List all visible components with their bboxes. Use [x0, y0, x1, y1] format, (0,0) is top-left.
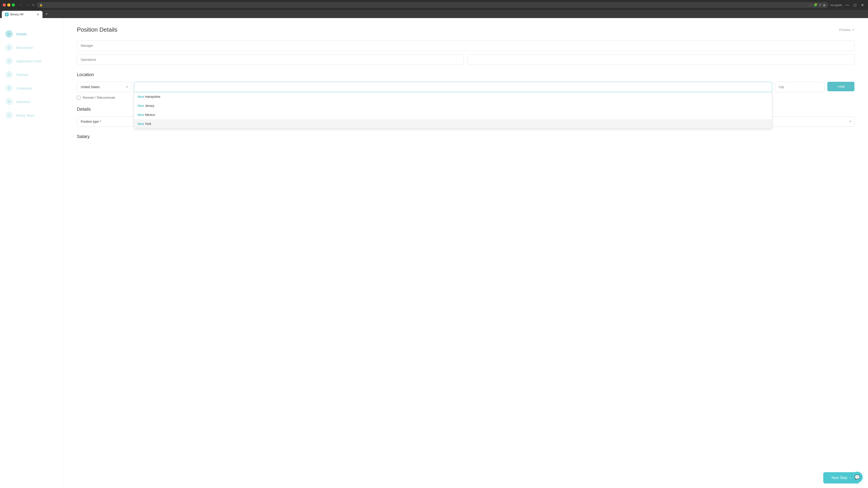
- remote-label: Remote / Telecommute: [83, 96, 115, 99]
- suggestion-new-mexico[interactable]: New Mexico: [134, 110, 772, 119]
- preview-link[interactable]: Preview ↗: [839, 28, 855, 32]
- sidebar-item-details[interactable]: 1 Details: [5, 27, 58, 41]
- browser-right-controls: Incognito — ◻ ✕: [830, 2, 865, 8]
- step-circle-2: 2: [5, 44, 13, 51]
- salary-section: Salary: [77, 134, 855, 139]
- sidebar: 1 Details 2 Description 3 Application Fo…: [0, 18, 63, 488]
- country-select[interactable]: United States: [77, 82, 131, 92]
- location-section-title: Location: [77, 72, 855, 77]
- restore-btn[interactable]: ◻: [852, 2, 858, 8]
- state-input-wrapper: New New Hampshire New Jersey New Mexico: [134, 82, 772, 92]
- refresh-button[interactable]: ↻: [32, 3, 35, 7]
- country-select-wrapper: United States ▼: [77, 82, 131, 92]
- incognito-label: Incognito: [830, 3, 842, 7]
- step-circle-1: 1: [5, 30, 13, 37]
- external-link-icon: ↗: [852, 28, 855, 32]
- sidebar-label-screening: Screening: [16, 86, 32, 90]
- step-circle-5: 5: [5, 85, 13, 92]
- sidebar-item-application-form[interactable]: 3 Application Form: [5, 54, 58, 68]
- back-button[interactable]: ←: [19, 2, 24, 7]
- suggestion-highlight-2: New: [138, 104, 144, 107]
- next-step-arrow-icon: ›: [850, 476, 851, 480]
- url-input[interactable]: app.breezy.hr/app/c/moodjoy/positions/ne…: [44, 3, 807, 7]
- browser-nav: ← → ↻: [19, 2, 35, 7]
- suggestion-rest-3: Mexico: [144, 113, 155, 117]
- state-input[interactable]: New: [134, 82, 772, 92]
- download-icon[interactable]: ⬇: [819, 3, 822, 7]
- tab-favicon: B: [5, 13, 8, 16]
- suggestion-highlight-3: New: [138, 113, 144, 117]
- window-controls: [3, 3, 15, 6]
- sidebar-toggle-icon[interactable]: ▣: [823, 3, 826, 7]
- chat-icon: 💬: [855, 475, 860, 480]
- bookmark-icon[interactable]: ☆: [809, 3, 812, 7]
- sidebar-item-advertise[interactable]: 6 Advertise: [5, 95, 58, 108]
- close-window-btn[interactable]: [3, 3, 6, 6]
- sidebar-item-pipeline[interactable]: 4 Pipeline: [5, 68, 58, 81]
- lock-icon: 🔒: [39, 3, 43, 6]
- salary-section-title: Salary: [77, 134, 855, 139]
- preview-label: Preview: [839, 28, 850, 32]
- location-row: United States ▼ New New Hampshire New Je…: [77, 82, 855, 92]
- sidebar-item-screening[interactable]: 5 Screening: [5, 81, 58, 95]
- main-content: Position Details Preview ↗ 12345 Locatio…: [63, 18, 868, 488]
- department-input[interactable]: [77, 55, 464, 65]
- minimize-btn[interactable]: —: [844, 2, 850, 7]
- manager-input[interactable]: [77, 40, 855, 51]
- manager-row: [77, 40, 855, 51]
- page-title: Position Details: [77, 26, 117, 33]
- suggestion-rest-2: Jersey: [144, 104, 154, 107]
- browser-chrome: ← → ↻ 🔒 app.breezy.hr/app/c/moodjoy/posi…: [0, 0, 868, 10]
- sidebar-label-description: Description: [16, 46, 33, 50]
- suggestion-rest-1: Hampshire: [144, 95, 160, 98]
- new-tab-button[interactable]: +: [43, 11, 50, 18]
- app-container: 1 Details 2 Description 3 Application Fo…: [0, 18, 868, 488]
- suggestion-highlight-4: New: [138, 122, 144, 126]
- tab-title: Breezy HR: [10, 13, 35, 16]
- step-circle-6: 6: [5, 98, 13, 105]
- sidebar-label-hiring-team: Hiring Team: [16, 113, 34, 117]
- address-bar-icons: ☆ 🧩 ⬇ ▣: [809, 3, 826, 7]
- city-input[interactable]: [775, 82, 825, 92]
- zip-input[interactable]: 12345: [467, 55, 855, 65]
- suggestion-highlight-1: New: [138, 95, 144, 98]
- step-circle-7: 7: [5, 111, 13, 119]
- sidebar-label-advertise: Advertise: [16, 100, 31, 104]
- address-bar: 🔒 app.breezy.hr/app/c/moodjoy/positions/…: [37, 2, 829, 8]
- step-circle-3: 3: [5, 57, 13, 65]
- page-header: Position Details Preview ↗: [77, 26, 855, 33]
- sidebar-label-pipeline: Pipeline: [16, 73, 28, 76]
- remote-checkbox[interactable]: [77, 96, 81, 99]
- active-tab[interactable]: B Breezy HR ✕: [2, 11, 42, 18]
- tab-close-button[interactable]: ✕: [37, 13, 39, 16]
- tab-bar: B Breezy HR ✕ +: [0, 10, 868, 18]
- forward-button[interactable]: →: [25, 2, 31, 7]
- suggestion-rest-4: York: [144, 122, 151, 126]
- chat-bubble-button[interactable]: 💬: [852, 472, 863, 483]
- add-location-button[interactable]: +Add: [827, 82, 855, 91]
- sidebar-label-details: Details: [16, 32, 27, 36]
- minimize-window-btn[interactable]: [7, 3, 10, 6]
- department-zip-row: 12345: [77, 55, 855, 65]
- suggestion-new-hampshire[interactable]: New Hampshire: [134, 92, 772, 101]
- suggestion-new-jersey[interactable]: New Jersey: [134, 101, 772, 110]
- sidebar-item-hiring-team[interactable]: 7 Hiring Team: [5, 108, 58, 122]
- sidebar-label-application-form: Application Form: [16, 59, 42, 63]
- suggestion-new-york[interactable]: New York: [134, 119, 772, 128]
- sidebar-item-description[interactable]: 2 Description: [5, 41, 58, 54]
- next-step-label: Next Step: [831, 476, 847, 480]
- step-circle-4: 4: [5, 71, 13, 78]
- state-suggestions-dropdown: New Hampshire New Jersey New Mexico New …: [134, 92, 772, 129]
- close-btn[interactable]: ✕: [860, 2, 865, 8]
- maximize-window-btn[interactable]: [12, 3, 15, 6]
- extensions-icon[interactable]: 🧩: [813, 3, 817, 7]
